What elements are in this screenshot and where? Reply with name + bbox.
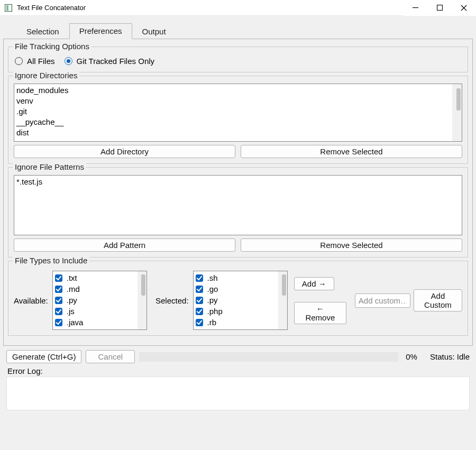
add-type-button[interactable]: Add →: [294, 277, 334, 290]
list-item[interactable]: dist: [16, 127, 460, 138]
titlebar: Text File Concatenator: [0, 0, 476, 16]
radio-label: All Files: [27, 57, 55, 66]
list-item[interactable]: .py: [196, 295, 285, 306]
scroll-thumb[interactable]: [282, 274, 286, 296]
tab-selection[interactable]: Selection: [16, 24, 69, 39]
group-ignore-patterns: Ignore File Patterns *.test.js Add Patte…: [8, 167, 468, 258]
checkbox-icon[interactable]: [196, 297, 203, 304]
checkbox-icon[interactable]: [55, 319, 62, 326]
add-custom-button[interactable]: Add Custom: [414, 289, 462, 311]
scrollbar[interactable]: [278, 271, 287, 329]
checkbox-icon[interactable]: [196, 319, 203, 326]
group-legend: Ignore Directories: [13, 71, 79, 80]
list-item[interactable]: node_modules: [16, 85, 460, 96]
scroll-thumb[interactable]: [141, 274, 145, 296]
custom-type-input[interactable]: [355, 293, 410, 308]
list-item[interactable]: .txt: [55, 272, 144, 283]
ignore-patterns-list[interactable]: *.test.js: [14, 175, 462, 235]
list-item[interactable]: *.test.js: [16, 177, 460, 187]
radio-label: Git Tracked Files Only: [77, 57, 155, 66]
list-item[interactable]: venv: [16, 96, 460, 106]
list-item[interactable]: .js: [55, 306, 144, 317]
checkbox-icon[interactable]: [196, 274, 203, 282]
status-label: Status: Idle: [425, 352, 470, 361]
app-icon: [4, 4, 13, 12]
list-item[interactable]: .php: [196, 306, 285, 317]
cancel-button[interactable]: Cancel: [86, 350, 135, 363]
group-ignore-directories: Ignore Directories node_modules venv .gi…: [8, 76, 468, 164]
checkbox-icon[interactable]: [55, 297, 62, 304]
checkbox-icon[interactable]: [55, 308, 62, 315]
radio-all-files[interactable]: All Files: [15, 57, 55, 66]
radio-git-tracked[interactable]: Git Tracked Files Only: [65, 57, 155, 66]
error-log-label: Error Log:: [3, 364, 473, 376]
svg-rect-3: [437, 5, 442, 11]
scroll-thumb[interactable]: [456, 88, 461, 111]
remove-directory-button[interactable]: Remove Selected: [241, 145, 462, 158]
list-item[interactable]: __pycache__: [16, 117, 460, 127]
footer-actions: Generate (Ctrl+G) Cancel 0% Status: Idle: [3, 346, 473, 364]
group-file-types: File Types to Include Available: .txt .m…: [8, 261, 468, 336]
list-item[interactable]: .sh: [196, 272, 285, 283]
remove-type-button[interactable]: ← Remove: [294, 302, 346, 324]
selected-types-list[interactable]: .sh .go .py .php .rb: [193, 271, 288, 330]
add-pattern-button[interactable]: Add Pattern: [14, 238, 235, 252]
list-item[interactable]: .py: [55, 295, 144, 306]
list-item[interactable]: .go: [196, 283, 285, 295]
window-title: Text File Concatenator: [17, 4, 86, 12]
tab-output[interactable]: Output: [132, 24, 176, 39]
group-legend: File Types to Include: [13, 256, 89, 265]
checkbox-icon[interactable]: [196, 286, 203, 293]
maximize-button[interactable]: [427, 0, 452, 16]
remove-pattern-button[interactable]: Remove Selected: [241, 238, 462, 252]
list-item[interactable]: .rb: [196, 317, 285, 328]
group-file-tracking: File Tracking Options All Files Git Trac…: [8, 47, 468, 72]
tabpanel-preferences: File Tracking Options All Files Git Trac…: [3, 39, 473, 346]
list-item[interactable]: .git: [16, 106, 460, 117]
tabstrip: Selection Preferences Output: [3, 23, 473, 39]
scrollbar[interactable]: [138, 271, 147, 329]
svg-rect-1: [6, 5, 8, 11]
close-button[interactable]: [452, 0, 476, 16]
available-label: Available:: [14, 296, 49, 305]
checkbox-icon[interactable]: [55, 286, 62, 293]
tab-preferences[interactable]: Preferences: [69, 23, 132, 39]
progress-bar: [139, 352, 398, 362]
checkbox-icon[interactable]: [196, 308, 203, 315]
list-item[interactable]: .md: [55, 283, 144, 295]
minimize-button[interactable]: [403, 0, 427, 16]
checkbox-icon[interactable]: [55, 274, 62, 282]
error-log[interactable]: [6, 376, 470, 410]
scrollbar[interactable]: [452, 84, 462, 141]
available-types-list[interactable]: .txt .md .py .js .java: [52, 271, 147, 330]
selected-label: Selected:: [155, 296, 190, 305]
progress-percent: 0%: [402, 352, 420, 361]
add-directory-button[interactable]: Add Directory: [14, 145, 235, 158]
group-legend: File Tracking Options: [13, 42, 91, 51]
generate-button[interactable]: Generate (Ctrl+G): [6, 350, 81, 363]
list-item[interactable]: .java: [55, 317, 144, 328]
ignore-directories-list[interactable]: node_modules venv .git __pycache__ dist: [14, 84, 462, 142]
group-legend: Ignore File Patterns: [13, 162, 86, 171]
